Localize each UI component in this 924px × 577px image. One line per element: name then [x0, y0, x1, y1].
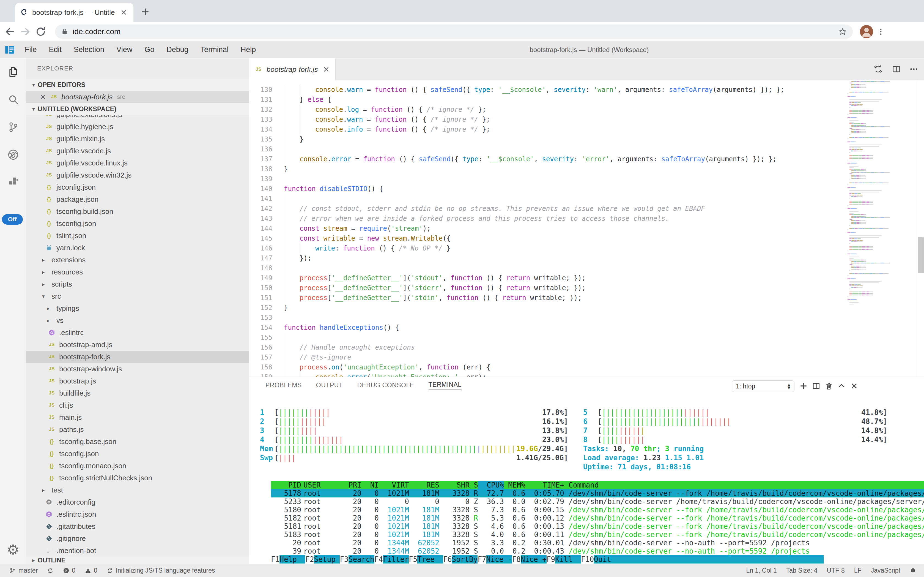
more-actions-icon[interactable] — [909, 64, 919, 74]
back-icon[interactable] — [2, 26, 18, 38]
menu-item-selection[interactable]: Selection — [67, 45, 110, 54]
bookmark-star-icon[interactable] — [839, 27, 847, 36]
tree-folder[interactable]: ▸test — [26, 484, 249, 496]
tree-item[interactable]: .mention-bot — [26, 545, 249, 557]
htop-process-row[interactable]: 20root2001344M620521952S3.30.20:30.01/de… — [271, 539, 924, 547]
files-icon[interactable] — [0, 58, 26, 86]
close-panel-icon[interactable] — [850, 382, 858, 390]
kebab-menu-icon[interactable] — [873, 27, 889, 36]
tree-item[interactable]: ⚙.editorconfig — [26, 496, 249, 508]
htop-process-row[interactable]: 5233root200000Z36.30.00:02.79/dev/shm/bi… — [271, 498, 924, 506]
tree-item[interactable]: JSbuildfile.js — [26, 387, 249, 399]
tree-item[interactable]: .gitattributes — [26, 520, 249, 532]
statusbar-item-tab-size-4[interactable]: Tab Size: 4 — [786, 567, 818, 574]
htop-process-row[interactable]: 5182root2001021M181M3328R5.30.60:00.12/d… — [271, 514, 924, 522]
statusbar-item-master[interactable]: master — [10, 567, 38, 574]
open-editors-header[interactable]: ▾ OPEN EDITORS — [26, 79, 249, 91]
tree-item[interactable]: {}tsconfig.json — [26, 218, 249, 230]
menu-item-terminal[interactable]: Terminal — [194, 45, 235, 54]
tree-item[interactable]: JSgulpfile.vscode.js — [26, 145, 249, 157]
tree-item[interactable]: JSgulpfile.vscode.win32.js — [26, 169, 249, 181]
split-editor-icon[interactable] — [892, 64, 901, 74]
statusbar-item-ln-1-col-1[interactable]: Ln 1, Col 1 — [746, 567, 777, 574]
tree-item[interactable]: {}jsconfig.json — [26, 181, 249, 193]
menu-item-go[interactable]: Go — [138, 45, 161, 54]
tree-item[interactable]: JSbootstrap-fork.js — [26, 351, 249, 363]
terminal-output[interactable]: 1[||||||||||||17.8%]5[||||||||||||||||||… — [260, 408, 924, 564]
statusbar-item[interactable] — [910, 567, 916, 574]
split-terminal-icon[interactable] — [812, 382, 821, 390]
extensions-icon[interactable] — [0, 168, 26, 196]
statusbar-item-lf[interactable]: LF — [854, 567, 861, 574]
tree-item[interactable]: {}tsconfig.base.json — [26, 435, 249, 448]
tree-item[interactable]: {}tsconfig.json — [26, 448, 249, 460]
terminal-select[interactable]: 1: htop ▲▼ — [732, 380, 794, 392]
tree-folder[interactable]: ▸scripts — [26, 278, 249, 290]
add-terminal-icon[interactable] — [799, 382, 808, 390]
htop-process-row[interactable]: 5180root2001021M181M3328S7.30.60:00.15/d… — [271, 506, 924, 514]
htop-process-row[interactable]: 5178root2001021M181M3328R72.70.60:05.70/… — [271, 489, 924, 498]
tree-item[interactable]: {}tslint.json — [26, 230, 249, 242]
tree-item[interactable]: JSgulpfile.mixin.js — [26, 133, 249, 145]
forward-icon[interactable] — [18, 26, 33, 38]
htop-process-row[interactable]: 5181root2001021M181M3328S4.60.60:00.13/d… — [271, 522, 924, 530]
tree-item[interactable]: {}tsconfig.build.json — [26, 205, 249, 218]
avatar[interactable] — [860, 25, 873, 38]
maximize-panel-icon[interactable] — [837, 382, 846, 390]
tree-item[interactable]: yarn.lock — [26, 242, 249, 254]
kill-terminal-icon[interactable] — [824, 382, 833, 390]
panel-tab-problems[interactable]: PROBLEMS — [265, 382, 302, 390]
close-icon[interactable] — [39, 93, 47, 100]
menu-item-edit[interactable]: Edit — [43, 45, 68, 54]
browser-tab[interactable]: bootstrap-fork.js — Untitled (W — [15, 3, 133, 22]
tree-folder[interactable]: ▸vs — [26, 314, 249, 327]
panel-tab-terminal[interactable]: TERMINAL — [429, 381, 461, 390]
tree-item[interactable]: JSbootstrap.js — [26, 375, 249, 387]
tab-close-icon[interactable] — [323, 66, 330, 73]
url-bar[interactable]: ide.coder.com — [55, 24, 853, 39]
tree-item[interactable]: JSgulpfile.hygiene.js — [26, 121, 249, 133]
panel-tab-output[interactable]: OUTPUT — [316, 382, 343, 390]
editor-tab[interactable]: JS bootstrap-fork.js — [249, 58, 336, 81]
tree-item[interactable]: .gitignore — [26, 532, 249, 545]
tree-item[interactable]: {}tsconfig.monaco.json — [26, 460, 249, 472]
statusbar-item-utf-8[interactable]: UTF-8 — [827, 567, 845, 574]
panel-tab-debug-console[interactable]: DEBUG CONSOLE — [357, 382, 414, 390]
statusbar-item-0[interactable]: 0 — [85, 567, 97, 574]
editor-scrollbar[interactable] — [917, 81, 924, 377]
htop-process-row[interactable]: 5183root2001021M181M3328S4.00.60:00.11/d… — [271, 530, 924, 539]
statusbar-item-initializing-js-ts-language-features[interactable]: Initializing JS/TS language features — [107, 567, 215, 574]
debug-disabled-icon[interactable] — [0, 141, 26, 168]
menu-item-debug[interactable]: Debug — [161, 45, 194, 54]
settings-gear-icon[interactable]: ⚙ — [0, 543, 26, 557]
source-control-icon[interactable] — [0, 113, 26, 141]
htop-process-row[interactable]: 39root2001344M620521952S0.00.20:00.43/de… — [271, 547, 924, 555]
tree-item[interactable]: JSgulpfile.vscode.linux.js — [26, 157, 249, 169]
tree-item[interactable]: JScli.js — [26, 399, 249, 411]
tree-item[interactable]: JSmain.js — [26, 411, 249, 423]
tree-item[interactable]: JSbootstrap-window.js — [26, 363, 249, 375]
tree-item[interactable]: JSpaths.js — [26, 423, 249, 435]
outline-header[interactable]: ▸ OUTLINE — [26, 557, 249, 564]
tree-item[interactable]: {}tsconfig.strictNullChecks.json — [26, 472, 249, 484]
tab-close-icon[interactable] — [119, 8, 129, 17]
menu-item-help[interactable]: Help — [235, 45, 262, 54]
menu-item-file[interactable]: File — [19, 45, 43, 54]
tree-folder[interactable]: ▸typings — [26, 302, 249, 314]
tree-item[interactable]: JSbootstrap-amd.js — [26, 338, 249, 351]
statusbar-item-javascript[interactable]: JavaScript — [871, 567, 900, 574]
htop-fkey-bar[interactable]: F1Help F2Setup F3SearchF4FilterF5Tree F6… — [271, 555, 824, 564]
scrollbar-thumb[interactable] — [918, 237, 924, 273]
statusbar-item-0[interactable]: 0 — [63, 567, 76, 574]
tree-folder[interactable]: ▸resources — [26, 266, 249, 278]
tree-item[interactable]: .eslintrc — [26, 327, 249, 338]
minimap[interactable] — [847, 81, 916, 309]
statusbar-item[interactable] — [47, 567, 54, 574]
tree-item[interactable]: {}package.json — [26, 193, 249, 205]
search-icon[interactable] — [0, 86, 26, 113]
menu-item-view[interactable]: View — [110, 45, 138, 54]
sync-compare-icon[interactable] — [873, 64, 883, 74]
tree-folder[interactable]: ▾src — [26, 290, 249, 302]
tree-item[interactable]: JSgulpfile.extensions.js — [26, 115, 249, 121]
new-tab-button[interactable] — [139, 5, 151, 18]
